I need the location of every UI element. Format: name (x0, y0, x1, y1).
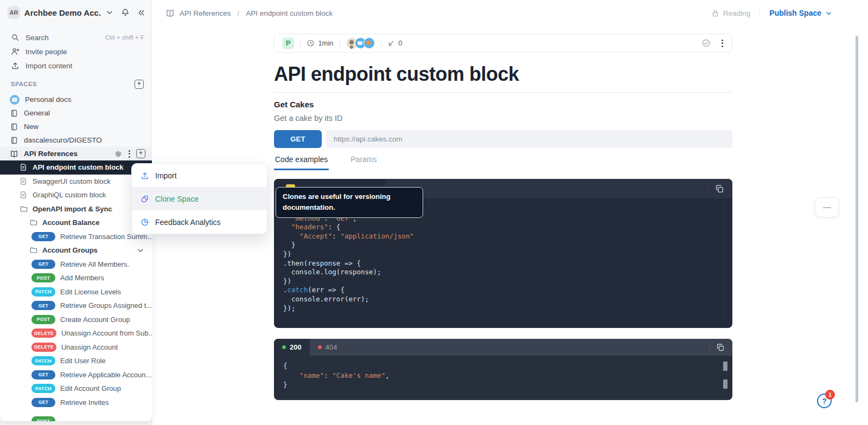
breadcrumb-space[interactable]: API References (180, 9, 231, 17)
tree-endpoint[interactable]: PATCH Edit License Levels (0, 285, 152, 299)
menu-item-clone-space[interactable]: Clone Space (132, 187, 267, 210)
tree-label: Retrieve All Members. (60, 260, 129, 268)
collapse-sidebar-icon[interactable] (137, 9, 145, 17)
spaces-section-label: SPACES (11, 81, 37, 87)
space-label: General (24, 109, 50, 117)
sidebar-item-import-content[interactable]: Import content (0, 59, 152, 73)
tree-endpoint[interactable]: POST Add Members (0, 271, 152, 285)
search-shortcut: Ctrl + shift + F (105, 34, 144, 41)
tree-folder-account-balance[interactable]: Account Balance (0, 216, 152, 230)
menu-item-import[interactable]: Import (132, 164, 267, 187)
read-time-value: 1min (318, 39, 333, 47)
method-badge: POST (31, 315, 55, 324)
chevron-down-icon[interactable] (106, 9, 113, 16)
menu-item-label: Clone Space (155, 195, 199, 203)
tree-doc-graphiql-custom-block[interactable]: GraphiQL custom block (0, 188, 152, 202)
tab-code-examples[interactable]: Code examples (274, 154, 329, 170)
tree-label: Edit Account Group (60, 384, 121, 392)
status-code: 404 (326, 343, 337, 351)
kebab-menu-icon[interactable] (720, 38, 724, 48)
tree-doc-swaggerui-custom-block[interactable]: SwaggerUI custom block (0, 175, 152, 189)
breadcrumb-separator: / (238, 9, 240, 17)
sidebar-space-api-references[interactable]: API References + (0, 147, 152, 160)
breadcrumb: API References / API endpoint custom blo… (165, 9, 333, 18)
read-time: 1min (307, 39, 333, 47)
tree-endpoint[interactable]: PATCH Edit User Role (0, 354, 152, 368)
tree-endpoint[interactable]: GET Retrieve Invites (0, 396, 152, 410)
method-badge: PATCH (31, 356, 55, 365)
method-button[interactable]: GET (274, 130, 322, 148)
menu-item-feedback-analytics[interactable]: Feedback Analytics (132, 210, 267, 234)
lock-icon (711, 9, 719, 17)
bell-icon[interactable] (121, 8, 130, 17)
response-scrollbar-thumb[interactable] (723, 362, 727, 371)
views-value: 0 (398, 39, 402, 47)
avatar[interactable] (363, 37, 375, 49)
tree-label: API endpoint custom block (33, 163, 124, 171)
tree-label: Account Groups (42, 246, 98, 254)
tree-folder-openapi-import-sync[interactable]: OpenAPI import & Sync (0, 202, 152, 216)
menu-item-label: Feedback Analytics (155, 218, 221, 227)
request-bar: GET https://api.cakes.com (274, 130, 732, 148)
chevron-down-icon[interactable] (137, 247, 144, 254)
contributor-avatars[interactable] (346, 37, 375, 49)
tree-endpoint[interactable]: GET Retrieve Applicable Accoun... (0, 368, 152, 382)
tab-params[interactable]: Params (349, 154, 378, 170)
page-title: API endpoint custom block (274, 63, 732, 86)
tab-status-200[interactable]: 200 (274, 339, 310, 356)
publish-space-button[interactable]: Publish Space (769, 9, 832, 17)
tree-endpoint[interactable]: PATCH Edit Account Group (0, 382, 152, 396)
method-badge: DELETE (31, 343, 56, 352)
sidebar-space-general[interactable]: General (0, 106, 152, 120)
breadcrumb-doc[interactable]: API endpoint custom block (246, 9, 333, 17)
endpoint-description: Get a cake by its ID (274, 114, 343, 123)
sidebar-item-invite-people[interactable]: Invite people (0, 44, 152, 59)
add-space-button[interactable]: + (135, 80, 144, 89)
menu-item-label: Import (155, 171, 177, 180)
copy-icon[interactable] (715, 184, 724, 194)
tree-endpoint[interactable]: POST Create Account Group (0, 313, 152, 327)
kebab-menu-icon[interactable] (127, 149, 131, 159)
tree-endpoint[interactable]: GET Retrieve All Members. (0, 257, 152, 272)
check-circle-icon[interactable] (701, 38, 711, 48)
space-label: Personal docs (25, 95, 72, 104)
search-icon (11, 33, 20, 42)
sidebar-item-search[interactable]: Search Ctrl + shift + F (0, 30, 152, 44)
tree-endpoint[interactable]: DELETE Unassign Account from Sub... (0, 326, 152, 340)
workspace-switcher[interactable]: AR Archbee Demo Acc... (0, 4, 152, 21)
views-arrow-icon (387, 40, 395, 47)
add-document-button[interactable]: + (136, 149, 145, 158)
code-scrollbar-track[interactable] (724, 202, 725, 323)
tree-endpoint-clipped[interactable]: POST (0, 414, 152, 422)
copy-icon[interactable] (716, 343, 725, 352)
sidebar-space-digesto[interactable]: dascalescuro/DIGESTO (0, 133, 152, 147)
tree-endpoint[interactable]: GET Retrieve Transaction Summ... (0, 230, 152, 244)
tree-doc-api-endpoint-custom-block[interactable]: API endpoint custom block (0, 160, 152, 175)
url-field[interactable]: https://api.cakes.com (326, 130, 732, 148)
method-badge: GET (31, 301, 55, 310)
reading-label: Reading (723, 9, 750, 17)
views-counter: 0 (387, 39, 402, 47)
tree-label: SwaggerUI custom block (33, 177, 111, 185)
reading-mode-toggle[interactable]: Reading (711, 9, 750, 17)
collapse-widget-button[interactable] (815, 197, 839, 217)
clock-icon (307, 39, 315, 47)
tree-endpoint[interactable]: DELETE Unassign Account (0, 340, 152, 355)
author-badge[interactable]: P (282, 37, 294, 49)
response-status-tabs: 200 404 (274, 339, 732, 356)
method-badge: GET (31, 260, 55, 269)
file-icon (20, 163, 28, 171)
sidebar-space-new[interactable]: New (0, 120, 152, 133)
tree-folder-account-groups[interactable]: Account Groups (0, 243, 152, 257)
method-badge: POST (31, 273, 55, 282)
tree-label: Account Balance (42, 218, 99, 227)
page-scrollbar-thumb[interactable] (856, 36, 858, 402)
clone-space-tooltip: Clones are useful for versioning documen… (276, 187, 423, 218)
tree-label: GraphiQL custom block (33, 191, 106, 199)
sidebar-space-personal-docs[interactable]: Personal docs (0, 93, 152, 106)
tree-label: Add Members (60, 274, 104, 282)
tab-status-404[interactable]: 404 (310, 339, 346, 356)
tree-endpoint[interactable]: GET Retrieve Groups Assigned t... (0, 299, 152, 313)
gear-icon[interactable] (114, 150, 123, 158)
response-scrollbar-thumb[interactable] (723, 379, 727, 389)
